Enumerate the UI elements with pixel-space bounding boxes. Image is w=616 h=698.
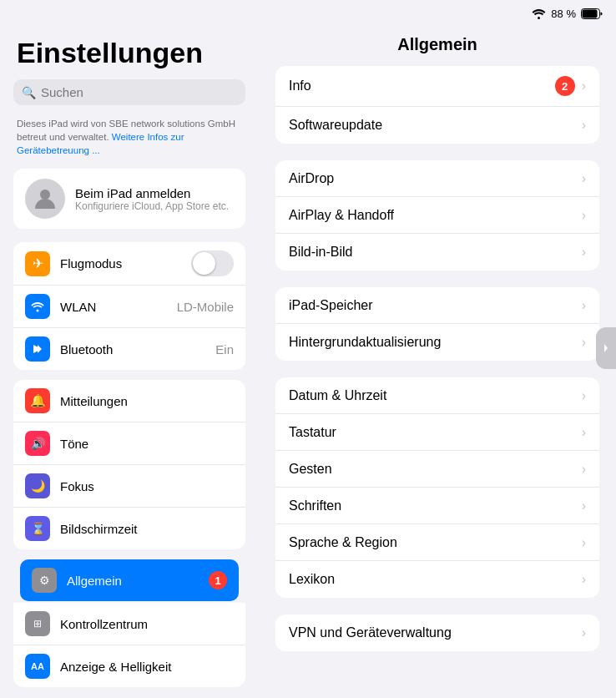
right-panel-title: Allgemein	[259, 23, 616, 66]
right-group-1: Info 2 › Softwareupdate ›	[275, 66, 599, 144]
sidebar-item-kontrollzentrum[interactable]: ⊞ Kontrollzentrum	[13, 603, 245, 645]
hintergrundaktualisierung-label: Hintergrundaktualisierung	[289, 335, 582, 350]
right-item-ipad-speicher[interactable]: iPad-Speicher ›	[275, 287, 599, 324]
sidebar-title: Einstellungen	[0, 37, 259, 79]
mitteilungen-label: Mitteilungen	[60, 394, 234, 408]
vpn-label: VPN und Geräteverwaltung	[289, 625, 582, 640]
right-group-2: AirDrop › AirPlay & Handoff › Bild-in-Bi…	[275, 160, 599, 271]
allgemein-icon: ⚙	[32, 568, 57, 593]
person-icon	[32, 185, 58, 212]
wifi-icon	[532, 8, 546, 19]
flugmodus-toggle[interactable]	[191, 250, 234, 276]
tastatur-label: Tastatur	[289, 425, 582, 440]
right-item-info[interactable]: Info 2 ›	[275, 66, 599, 107]
ipad-speicher-chevron: ›	[582, 298, 586, 313]
bluetooth-icon	[25, 336, 50, 362]
svg-point-3	[40, 190, 50, 200]
gesten-label: Gesten	[289, 462, 582, 477]
right-item-datum-uhrzeit[interactable]: Datum & Uhrzeit ›	[275, 377, 599, 414]
lexikon-label: Lexikon	[289, 572, 582, 587]
softwareupdate-label: Softwareupdate	[289, 118, 582, 133]
bildschirmzeit-icon: ⌛	[25, 516, 50, 541]
icloud-main-label: Beim iPad anmelden	[75, 186, 229, 200]
sidebar: Einstellungen 🔍 Dieses iPad wird von SBE…	[0, 23, 259, 698]
bluetooth-value: Ein	[215, 342, 234, 357]
mitteilungen-icon: 🔔	[25, 388, 50, 413]
right-item-airplay-handoff[interactable]: AirPlay & Handoff ›	[275, 197, 599, 234]
right-item-gesten[interactable]: Gesten ›	[275, 451, 599, 488]
battery-percentage: 88 %	[551, 8, 576, 20]
right-item-sprache-region[interactable]: Sprache & Region ›	[275, 524, 599, 561]
sidebar-item-flugmodus[interactable]: ✈ Flugmodus	[13, 242, 245, 286]
battery-icon	[581, 8, 603, 19]
anzeige-label: Anzeige & Helligkeit	[60, 660, 234, 674]
right-item-hintergrundaktualisierung[interactable]: Hintergrundaktualisierung ›	[275, 324, 599, 361]
flugmodus-label: Flugmodus	[60, 256, 181, 271]
right-item-bild-in-bild[interactable]: Bild-in-Bild ›	[275, 234, 599, 271]
fokus-icon: 🌙	[25, 473, 50, 498]
right-group-4: Datum & Uhrzeit › Tastatur › Gesten › Sc…	[275, 377, 599, 598]
svg-point-4	[37, 310, 39, 312]
info-label: Info	[289, 78, 555, 94]
sidebar-item-toene[interactable]: 🔊 Töne	[13, 422, 245, 465]
info-chevron: ›	[582, 78, 586, 94]
tastatur-chevron: ›	[582, 425, 586, 440]
toene-label: Töne	[60, 437, 234, 451]
scroll-handle[interactable]	[596, 327, 616, 369]
status-bar-right: 88 %	[532, 8, 603, 20]
sidebar-item-bluetooth[interactable]: Bluetooth Ein	[13, 328, 245, 370]
managed-text: Dieses iPad wird von SBE network solutio…	[0, 117, 259, 169]
toggle-knob	[193, 252, 215, 275]
svg-point-0	[538, 17, 540, 19]
right-item-vpn[interactable]: VPN und Geräteverwaltung ›	[275, 615, 599, 651]
right-item-airdrop[interactable]: AirDrop ›	[275, 160, 599, 197]
sidebar-item-fokus[interactable]: 🌙 Fokus	[13, 465, 245, 508]
wlan-value: LD-Mobile	[177, 300, 234, 314]
search-icon: 🔍	[22, 86, 36, 99]
allgemein-badge: 1	[209, 571, 227, 589]
right-group-5: VPN und Geräteverwaltung ›	[275, 615, 599, 651]
svg-rect-2	[583, 9, 598, 18]
icloud-card[interactable]: Beim iPad anmelden Konfiguriere iCloud, …	[13, 169, 245, 229]
lexikon-chevron: ›	[582, 572, 586, 587]
search-bar[interactable]: 🔍	[13, 79, 245, 105]
schriften-chevron: ›	[582, 498, 586, 513]
airplay-handoff-label: AirPlay & Handoff	[289, 208, 582, 223]
sprache-region-label: Sprache & Region	[289, 535, 582, 550]
sidebar-item-mitteilungen[interactable]: 🔔 Mitteilungen	[13, 380, 245, 422]
right-item-tastatur[interactable]: Tastatur ›	[275, 414, 599, 451]
sprache-region-chevron: ›	[582, 535, 586, 550]
wlan-label: WLAN	[60, 300, 167, 314]
connectivity-group: ✈ Flugmodus WLAN LD-Mobile	[13, 242, 245, 370]
icloud-sub-label: Konfiguriere iCloud, App Store etc.	[75, 200, 229, 212]
right-panel: Allgemein Info 2 › Softwareupdate › AirD…	[259, 23, 616, 698]
search-input[interactable]	[41, 85, 237, 99]
bild-in-bild-chevron: ›	[582, 245, 586, 260]
toene-icon: 🔊	[25, 431, 50, 456]
sidebar-item-allgemein[interactable]: ⚙ Allgemein 1	[20, 559, 239, 601]
status-bar: 88 %	[0, 0, 616, 23]
right-item-softwareupdate[interactable]: Softwareupdate ›	[275, 107, 599, 144]
main-layout: Einstellungen 🔍 Dieses iPad wird von SBE…	[0, 23, 616, 698]
sidebar-item-bildschirmzeit[interactable]: ⌛ Bildschirmzeit	[13, 508, 245, 549]
info-badge: 2	[555, 76, 575, 96]
scroll-chevron-icon	[603, 342, 609, 354]
airplay-handoff-chevron: ›	[582, 208, 586, 223]
hintergrundaktualisierung-chevron: ›	[582, 335, 586, 350]
softwareupdate-chevron: ›	[582, 118, 586, 133]
flugmodus-icon: ✈	[25, 251, 50, 276]
kontrollzentrum-label: Kontrollzentrum	[60, 617, 234, 631]
gesten-chevron: ›	[582, 462, 586, 477]
airdrop-chevron: ›	[582, 171, 586, 186]
avatar	[25, 179, 65, 219]
ipad-speicher-label: iPad-Speicher	[289, 298, 582, 313]
bluetooth-label: Bluetooth	[60, 342, 205, 357]
bild-in-bild-label: Bild-in-Bild	[289, 245, 582, 260]
schriften-label: Schriften	[289, 498, 582, 513]
right-item-lexikon[interactable]: Lexikon ›	[275, 561, 599, 598]
main-settings-group: ⚙ Allgemein 1 ⊞ Kontrollzentrum AA Anzei…	[13, 559, 245, 687]
sidebar-item-anzeige[interactable]: AA Anzeige & Helligkeit	[13, 645, 245, 687]
right-item-schriften[interactable]: Schriften ›	[275, 488, 599, 524]
datum-uhrzeit-label: Datum & Uhrzeit	[289, 388, 582, 403]
sidebar-item-wlan[interactable]: WLAN LD-Mobile	[13, 286, 245, 328]
